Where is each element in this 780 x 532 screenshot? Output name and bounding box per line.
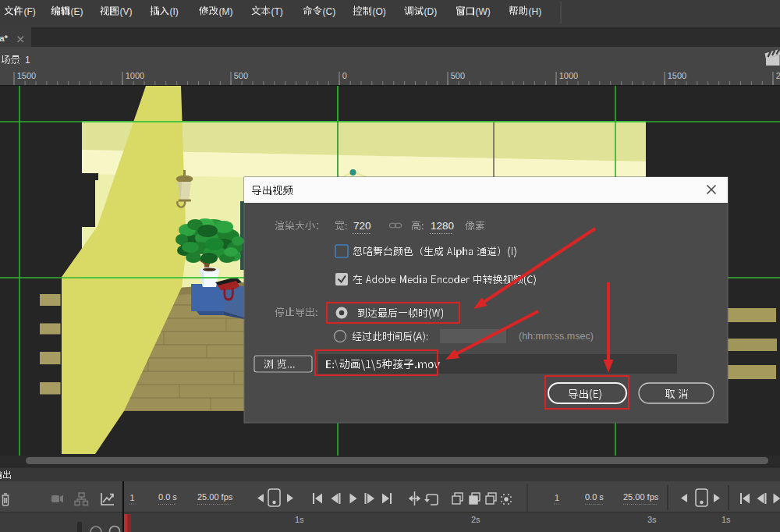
svg-text:1500: 1500 — [17, 71, 36, 80]
svg-text:3s: 3s — [647, 515, 657, 524]
svg-text:2s: 2s — [471, 515, 480, 524]
svg-text:2: 2 — [776, 71, 780, 80]
svg-text:1s: 1s — [295, 515, 304, 524]
svg-text:1s: 1s — [722, 515, 731, 524]
svg-text:(W): (W) — [476, 6, 491, 17]
svg-text:1: 1 — [555, 493, 559, 502]
svg-text:25.00 fps: 25.00 fps — [623, 492, 659, 502]
svg-text:(V): (V) — [120, 6, 133, 17]
svg-text:1000: 1000 — [559, 71, 578, 80]
svg-text:1280: 1280 — [431, 220, 454, 232]
svg-text:0: 0 — [342, 71, 347, 80]
svg-text:500: 500 — [234, 71, 248, 80]
svg-text:720: 720 — [353, 220, 371, 232]
svg-text:1500: 1500 — [668, 71, 686, 80]
svg-text:(O): (O) — [373, 6, 386, 17]
svg-text:1000: 1000 — [126, 71, 144, 80]
svg-text:(H): (H) — [529, 6, 542, 17]
svg-text:(E): (E) — [71, 6, 83, 17]
svg-text:0.0 s: 0.0 s — [585, 492, 604, 502]
svg-text:25.00 fps: 25.00 fps — [197, 492, 233, 502]
svg-text:(M): (M) — [219, 6, 233, 17]
svg-text:1: 1 — [25, 55, 30, 66]
svg-text:0.0 s: 0.0 s — [158, 492, 177, 502]
svg-text:la*: la* — [0, 34, 9, 43]
svg-text:(F): (F) — [24, 6, 36, 17]
svg-text:(D): (D) — [424, 6, 438, 17]
svg-text:500: 500 — [451, 71, 465, 80]
svg-text:(C): (C) — [323, 6, 336, 17]
svg-text:1: 1 — [130, 493, 135, 502]
svg-text:(I): (I) — [170, 6, 179, 17]
svg-text:(hh:mm:ss.msec): (hh:mm:ss.msec) — [519, 331, 594, 342]
svg-text:(T): (T) — [271, 6, 283, 17]
